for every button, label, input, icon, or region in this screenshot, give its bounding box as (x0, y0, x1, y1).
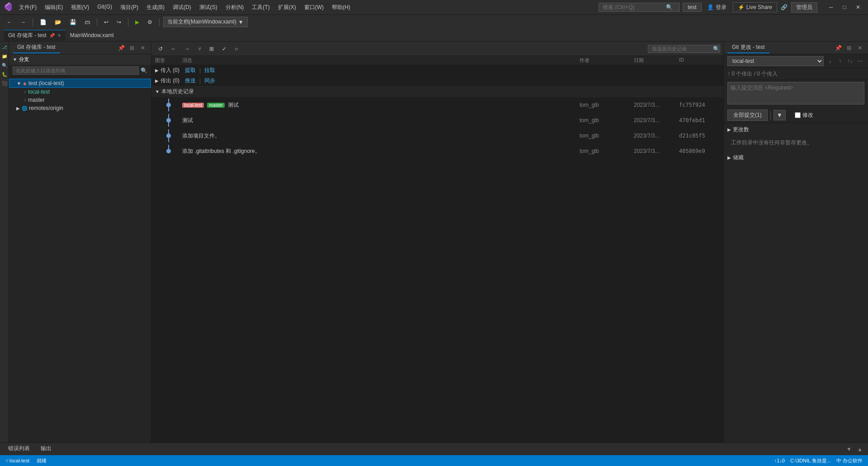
menu-test[interactable]: 测试(S) (196, 3, 221, 12)
modify-checkbox[interactable] (795, 112, 801, 118)
menu-view[interactable]: 视图(V) (67, 3, 93, 12)
branch-fetch-down-icon[interactable]: ↓ (826, 57, 835, 66)
menu-project[interactable]: 项目(P) (117, 3, 142, 12)
outgoing-push[interactable]: 推送 (185, 77, 196, 85)
status-notifications[interactable]: C:\3DNIL 鱼挂是... (788, 457, 833, 464)
menu-window[interactable]: 窗口(W) (301, 3, 327, 12)
menu-extensions[interactable]: 扩展(X) (274, 3, 300, 12)
stash-section-header[interactable]: ▶ 储藏 (724, 152, 868, 163)
share-icon[interactable]: 🔗 (781, 4, 788, 10)
tab-git-repo-pin[interactable]: 📌 (49, 33, 55, 38)
close-button[interactable]: ✕ (852, 2, 864, 13)
status-git-branch[interactable]: ⑂ local-test (4, 458, 31, 463)
branches-section-header[interactable]: ▼ 分支 (9, 54, 151, 65)
branch-select[interactable]: local-test (727, 56, 824, 66)
menu-help[interactable]: 帮助(H) (328, 3, 354, 12)
panel-expand-icon[interactable]: ⊞ (127, 43, 137, 52)
bottom-collapse-icon[interactable]: ▼ (844, 445, 854, 454)
branch-filter-input[interactable] (13, 67, 139, 75)
status-right-info[interactable]: 中 办公软件 (835, 457, 864, 464)
tab-git-repo[interactable]: Git 存储库 - test 📌 ✕ (4, 30, 66, 41)
commit-row-0[interactable]: local-test master 测试 tom_glb 2023/7/3...… (151, 97, 723, 113)
activity-git[interactable]: ⎇ (1, 43, 8, 51)
branch-root-item[interactable]: ▼ ◆ test (local-test) (9, 79, 151, 88)
global-search-input[interactable] (603, 4, 666, 10)
live-share-button[interactable]: ⚡ Live Share (733, 2, 777, 12)
activity-explorer[interactable]: 📁 (1, 52, 8, 60)
incoming-section-header[interactable]: ▶ 传入 (0) 提取 | 拉取 (151, 65, 723, 76)
git-repo-tab[interactable]: Git 存储库 - test (13, 42, 60, 53)
toolbar-open[interactable]: 📂 (52, 18, 65, 27)
history-check-btn[interactable]: ✓ (219, 44, 230, 53)
panel-close-icon[interactable]: ✕ (138, 43, 147, 52)
tab-output[interactable]: 输出 (36, 443, 56, 455)
outgoing-sync[interactable]: 同步 (204, 77, 215, 85)
current-doc-dropdown[interactable]: 当前文档(MainWindow.xaml) ▼ (163, 17, 248, 27)
tab-git-repo-close[interactable]: ✕ (57, 33, 61, 38)
commit-row-3[interactable]: 添加 .gitattributes 和 .gitignore。 tom_glb … (151, 143, 723, 159)
tab-mainwindow-xaml[interactable]: MainWindow.xaml (66, 31, 118, 40)
toolbar-new[interactable]: 📄 (37, 18, 50, 27)
menu-git[interactable]: Git(G) (94, 3, 116, 12)
status-ready[interactable]: 就绪 (35, 457, 48, 464)
history-branch-btn[interactable]: ⑂ (195, 44, 204, 53)
global-search-box[interactable]: 🔍 (599, 3, 680, 12)
changes-expand-icon[interactable]: ⊞ (844, 43, 854, 52)
branch-sync-icon[interactable]: ↑↓ (845, 57, 854, 66)
minimize-button[interactable]: ─ (825, 2, 837, 13)
local-history-header[interactable]: ▼ 本地历史记录 (151, 86, 723, 97)
history-grid-btn[interactable]: ⊞ (206, 44, 217, 53)
history-left-btn[interactable]: ← (168, 44, 179, 53)
history-filter-input[interactable] (648, 45, 720, 53)
toolbar-redo[interactable]: ↪ (113, 18, 124, 27)
status-push-pull[interactable]: ↑1↓0 (773, 458, 787, 463)
admin-button[interactable]: 管理员 (791, 2, 817, 13)
commit-dropdown-button[interactable]: ▼ (774, 110, 786, 120)
toolbar-run[interactable]: ▶ (132, 18, 142, 27)
bottom-expand-icon[interactable]: ▲ (855, 445, 864, 454)
outgoing-section-header[interactable]: ▶ 传出 (0) 推送 | 同步 (151, 76, 723, 86)
commit-row-1[interactable]: 测试 tom_glb 2023/7/3... 470febd1 (151, 113, 723, 128)
activity-search[interactable]: 🔍 (1, 62, 8, 69)
toolbar-attach[interactable]: ⚙ (144, 18, 156, 27)
incoming-fetch[interactable]: 提取 (185, 67, 196, 74)
activity-extensions[interactable]: ⬛ (1, 80, 8, 87)
incoming-pull[interactable]: 拉取 (204, 67, 215, 74)
menu-edit[interactable]: 编辑(E) (41, 3, 66, 12)
branch-master[interactable]: ⑂ master (9, 96, 151, 104)
history-refresh-btn[interactable]: ↺ (155, 44, 166, 53)
branch-filter-search-icon[interactable]: 🔍 (141, 67, 147, 74)
branch-push-up-icon[interactable]: ↑ (835, 57, 844, 66)
col-date-header: 日期 (634, 57, 679, 64)
toolbar-forward[interactable]: → (17, 18, 29, 27)
commit-all-button[interactable]: 全部提交(1) (727, 109, 768, 121)
toolbar-undo[interactable]: ↩ (101, 18, 112, 27)
changes-section-header[interactable]: ▶ 更改数 (724, 124, 868, 135)
restore-button[interactable]: □ (838, 2, 851, 13)
panel-pin-icon[interactable]: 📌 (117, 43, 126, 52)
menu-build[interactable]: 生成(B) (143, 3, 168, 12)
branch-local-test[interactable]: ⑂ local-test (9, 88, 151, 96)
menu-file[interactable]: 文件(F) (15, 3, 40, 12)
history-circle-btn[interactable]: ○ (231, 44, 241, 53)
git-changes-tab[interactable]: Git 更改 - test (727, 42, 769, 53)
history-right-btn[interactable]: → (181, 44, 193, 53)
tab-error-list[interactable]: 错误列表 (4, 443, 34, 455)
status-ready-label: 就绪 (37, 457, 47, 464)
changes-pin-icon[interactable]: 📌 (834, 43, 843, 52)
menu-analyze[interactable]: 分析(N) (222, 3, 248, 12)
history-filter-search-icon[interactable]: 🔍 (713, 46, 720, 52)
remote-group[interactable]: ▶ 🌐 remotes/origin (9, 104, 151, 112)
branch-more-icon[interactable]: ⋯ (855, 57, 864, 66)
menu-debug[interactable]: 调试(D) (169, 3, 195, 12)
stash-label: 储藏 (733, 154, 744, 162)
toolbar-back[interactable]: ← (4, 18, 15, 27)
activity-debug[interactable]: 🐛 (1, 71, 8, 78)
toolbar-save[interactable]: 💾 (66, 18, 80, 27)
commit-row-2[interactable]: 添加项目文件。 tom_glb 2023/7/3... d21c05f5 (151, 128, 723, 143)
changes-close-icon[interactable]: ✕ (855, 43, 864, 52)
login-button[interactable]: 👤 登录 (704, 3, 729, 12)
menu-tools[interactable]: 工具(T) (248, 3, 273, 12)
commit-message-textarea[interactable] (727, 82, 864, 105)
toolbar-save-all[interactable]: 🗃 (81, 18, 93, 27)
